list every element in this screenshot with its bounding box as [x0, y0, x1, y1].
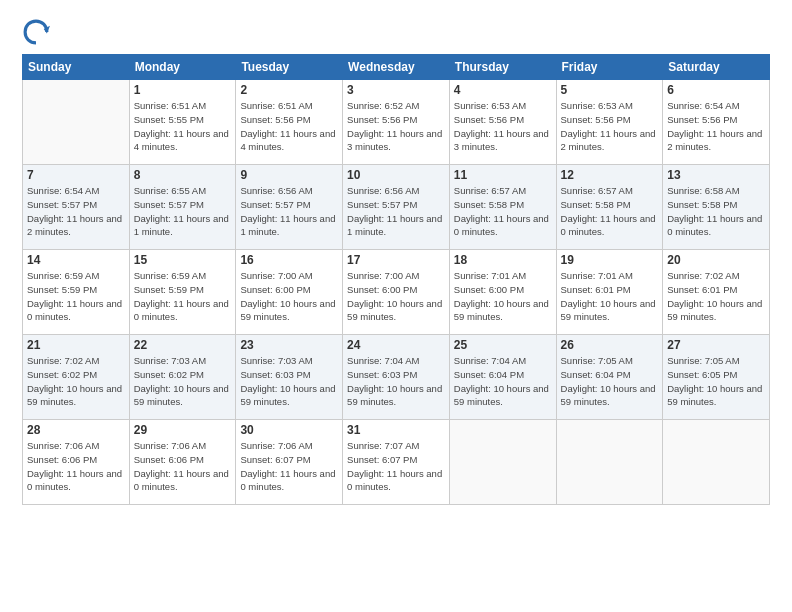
day-info: Sunrise: 7:02 AM Sunset: 6:01 PM Dayligh… [667, 269, 765, 324]
day-number: 12 [561, 168, 659, 182]
calendar-cell: 28Sunrise: 7:06 AM Sunset: 6:06 PM Dayli… [23, 420, 130, 505]
day-info: Sunrise: 6:59 AM Sunset: 5:59 PM Dayligh… [134, 269, 232, 324]
day-info: Sunrise: 6:59 AM Sunset: 5:59 PM Dayligh… [27, 269, 125, 324]
day-number: 20 [667, 253, 765, 267]
day-number: 30 [240, 423, 338, 437]
header-row: SundayMondayTuesdayWednesdayThursdayFrid… [23, 55, 770, 80]
day-info: Sunrise: 7:04 AM Sunset: 6:03 PM Dayligh… [347, 354, 445, 409]
day-number: 29 [134, 423, 232, 437]
day-number: 16 [240, 253, 338, 267]
calendar-table: SundayMondayTuesdayWednesdayThursdayFrid… [22, 54, 770, 505]
day-number: 27 [667, 338, 765, 352]
day-number: 10 [347, 168, 445, 182]
day-number: 22 [134, 338, 232, 352]
day-info: Sunrise: 7:06 AM Sunset: 6:06 PM Dayligh… [134, 439, 232, 494]
day-info: Sunrise: 6:55 AM Sunset: 5:57 PM Dayligh… [134, 184, 232, 239]
header-day: Sunday [23, 55, 130, 80]
calendar-cell [23, 80, 130, 165]
day-info: Sunrise: 7:04 AM Sunset: 6:04 PM Dayligh… [454, 354, 552, 409]
day-number: 1 [134, 83, 232, 97]
day-number: 21 [27, 338, 125, 352]
header-day: Friday [556, 55, 663, 80]
calendar-week-row: 1Sunrise: 6:51 AM Sunset: 5:55 PM Daylig… [23, 80, 770, 165]
calendar-cell: 11Sunrise: 6:57 AM Sunset: 5:58 PM Dayli… [449, 165, 556, 250]
day-number: 25 [454, 338, 552, 352]
day-info: Sunrise: 6:54 AM Sunset: 5:56 PM Dayligh… [667, 99, 765, 154]
calendar-cell: 24Sunrise: 7:04 AM Sunset: 6:03 PM Dayli… [343, 335, 450, 420]
logo [22, 18, 54, 46]
calendar-cell: 17Sunrise: 7:00 AM Sunset: 6:00 PM Dayli… [343, 250, 450, 335]
header-day: Monday [129, 55, 236, 80]
day-info: Sunrise: 6:57 AM Sunset: 5:58 PM Dayligh… [561, 184, 659, 239]
day-info: Sunrise: 7:06 AM Sunset: 6:07 PM Dayligh… [240, 439, 338, 494]
calendar-cell: 10Sunrise: 6:56 AM Sunset: 5:57 PM Dayli… [343, 165, 450, 250]
day-number: 28 [27, 423, 125, 437]
calendar-cell: 29Sunrise: 7:06 AM Sunset: 6:06 PM Dayli… [129, 420, 236, 505]
calendar-cell: 4Sunrise: 6:53 AM Sunset: 5:56 PM Daylig… [449, 80, 556, 165]
day-number: 24 [347, 338, 445, 352]
calendar-week-row: 7Sunrise: 6:54 AM Sunset: 5:57 PM Daylig… [23, 165, 770, 250]
calendar-cell: 12Sunrise: 6:57 AM Sunset: 5:58 PM Dayli… [556, 165, 663, 250]
day-info: Sunrise: 7:01 AM Sunset: 6:00 PM Dayligh… [454, 269, 552, 324]
day-info: Sunrise: 7:00 AM Sunset: 6:00 PM Dayligh… [347, 269, 445, 324]
calendar-cell: 31Sunrise: 7:07 AM Sunset: 6:07 PM Dayli… [343, 420, 450, 505]
calendar-cell: 18Sunrise: 7:01 AM Sunset: 6:00 PM Dayli… [449, 250, 556, 335]
day-info: Sunrise: 6:57 AM Sunset: 5:58 PM Dayligh… [454, 184, 552, 239]
calendar-cell: 27Sunrise: 7:05 AM Sunset: 6:05 PM Dayli… [663, 335, 770, 420]
calendar-cell: 2Sunrise: 6:51 AM Sunset: 5:56 PM Daylig… [236, 80, 343, 165]
day-info: Sunrise: 7:00 AM Sunset: 6:00 PM Dayligh… [240, 269, 338, 324]
day-number: 11 [454, 168, 552, 182]
day-number: 14 [27, 253, 125, 267]
calendar-cell: 13Sunrise: 6:58 AM Sunset: 5:58 PM Dayli… [663, 165, 770, 250]
day-number: 23 [240, 338, 338, 352]
calendar-cell: 16Sunrise: 7:00 AM Sunset: 6:00 PM Dayli… [236, 250, 343, 335]
day-info: Sunrise: 6:51 AM Sunset: 5:55 PM Dayligh… [134, 99, 232, 154]
day-number: 17 [347, 253, 445, 267]
day-number: 8 [134, 168, 232, 182]
calendar-cell: 25Sunrise: 7:04 AM Sunset: 6:04 PM Dayli… [449, 335, 556, 420]
day-info: Sunrise: 7:03 AM Sunset: 6:03 PM Dayligh… [240, 354, 338, 409]
calendar-cell [449, 420, 556, 505]
header-day: Saturday [663, 55, 770, 80]
calendar-cell: 20Sunrise: 7:02 AM Sunset: 6:01 PM Dayli… [663, 250, 770, 335]
calendar-week-row: 28Sunrise: 7:06 AM Sunset: 6:06 PM Dayli… [23, 420, 770, 505]
day-number: 3 [347, 83, 445, 97]
calendar-cell: 14Sunrise: 6:59 AM Sunset: 5:59 PM Dayli… [23, 250, 130, 335]
header-day: Wednesday [343, 55, 450, 80]
header-day: Tuesday [236, 55, 343, 80]
day-number: 9 [240, 168, 338, 182]
calendar-cell [556, 420, 663, 505]
day-info: Sunrise: 7:06 AM Sunset: 6:06 PM Dayligh… [27, 439, 125, 494]
day-number: 18 [454, 253, 552, 267]
calendar-cell: 9Sunrise: 6:56 AM Sunset: 5:57 PM Daylig… [236, 165, 343, 250]
day-info: Sunrise: 6:53 AM Sunset: 5:56 PM Dayligh… [561, 99, 659, 154]
day-info: Sunrise: 6:52 AM Sunset: 5:56 PM Dayligh… [347, 99, 445, 154]
calendar-week-row: 21Sunrise: 7:02 AM Sunset: 6:02 PM Dayli… [23, 335, 770, 420]
calendar-cell: 30Sunrise: 7:06 AM Sunset: 6:07 PM Dayli… [236, 420, 343, 505]
calendar-cell: 26Sunrise: 7:05 AM Sunset: 6:04 PM Dayli… [556, 335, 663, 420]
day-info: Sunrise: 7:05 AM Sunset: 6:05 PM Dayligh… [667, 354, 765, 409]
day-number: 19 [561, 253, 659, 267]
day-number: 31 [347, 423, 445, 437]
calendar-cell: 1Sunrise: 6:51 AM Sunset: 5:55 PM Daylig… [129, 80, 236, 165]
calendar-cell: 3Sunrise: 6:52 AM Sunset: 5:56 PM Daylig… [343, 80, 450, 165]
calendar-cell: 15Sunrise: 6:59 AM Sunset: 5:59 PM Dayli… [129, 250, 236, 335]
calendar-cell: 7Sunrise: 6:54 AM Sunset: 5:57 PM Daylig… [23, 165, 130, 250]
day-number: 5 [561, 83, 659, 97]
day-number: 7 [27, 168, 125, 182]
day-info: Sunrise: 6:56 AM Sunset: 5:57 PM Dayligh… [347, 184, 445, 239]
day-info: Sunrise: 7:02 AM Sunset: 6:02 PM Dayligh… [27, 354, 125, 409]
day-info: Sunrise: 6:54 AM Sunset: 5:57 PM Dayligh… [27, 184, 125, 239]
day-number: 4 [454, 83, 552, 97]
calendar-cell: 6Sunrise: 6:54 AM Sunset: 5:56 PM Daylig… [663, 80, 770, 165]
logo-icon [22, 18, 50, 46]
day-info: Sunrise: 7:07 AM Sunset: 6:07 PM Dayligh… [347, 439, 445, 494]
day-number: 6 [667, 83, 765, 97]
header-day: Thursday [449, 55, 556, 80]
calendar-cell: 23Sunrise: 7:03 AM Sunset: 6:03 PM Dayli… [236, 335, 343, 420]
day-number: 15 [134, 253, 232, 267]
header [22, 18, 770, 46]
day-info: Sunrise: 6:56 AM Sunset: 5:57 PM Dayligh… [240, 184, 338, 239]
calendar-cell [663, 420, 770, 505]
day-info: Sunrise: 6:51 AM Sunset: 5:56 PM Dayligh… [240, 99, 338, 154]
